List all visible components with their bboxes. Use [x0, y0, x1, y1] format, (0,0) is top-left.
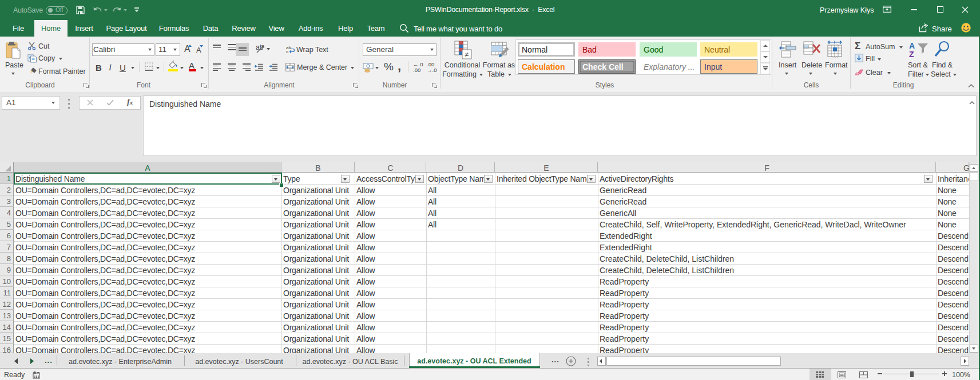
svg-text:≠: ≠ [465, 50, 469, 59]
svg-text:c: c [286, 49, 288, 54]
